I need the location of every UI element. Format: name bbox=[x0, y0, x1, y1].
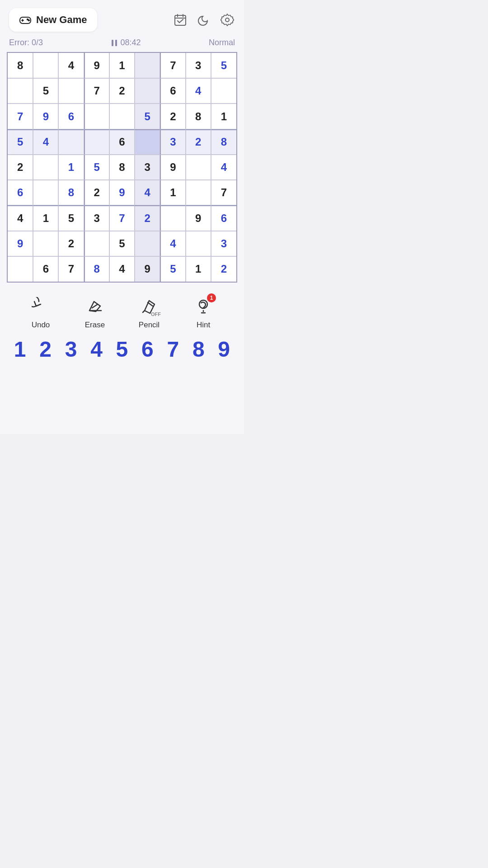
cell[interactable]: 1 bbox=[211, 104, 236, 129]
cell[interactable]: 1 bbox=[109, 53, 135, 78]
cell[interactable]: 7 bbox=[109, 205, 135, 231]
cell[interactable]: 1 bbox=[186, 256, 211, 282]
cell[interactable]: 1 bbox=[58, 155, 84, 180]
cell[interactable]: 9 bbox=[84, 53, 109, 78]
cell[interactable]: 4 bbox=[58, 53, 84, 78]
new-game-button[interactable]: New Game bbox=[9, 8, 97, 32]
cell[interactable] bbox=[84, 104, 109, 129]
cell[interactable]: 7 bbox=[58, 256, 84, 282]
num-button-6[interactable]: 6 bbox=[136, 339, 159, 360]
cell[interactable]: 8 bbox=[8, 53, 33, 78]
cell[interactable]: 3 bbox=[135, 155, 160, 180]
cell[interactable] bbox=[33, 53, 58, 78]
cell[interactable] bbox=[135, 129, 160, 155]
cell[interactable]: 4 bbox=[135, 180, 160, 205]
cell[interactable]: 5 bbox=[8, 129, 33, 155]
cell[interactable]: 6 bbox=[211, 205, 236, 231]
cell[interactable]: 9 bbox=[8, 231, 33, 256]
num-button-1[interactable]: 1 bbox=[8, 339, 32, 360]
cell[interactable]: 2 bbox=[135, 205, 160, 231]
cell[interactable] bbox=[33, 231, 58, 256]
cell[interactable]: 2 bbox=[58, 231, 84, 256]
cell[interactable] bbox=[8, 256, 33, 282]
cell[interactable] bbox=[58, 129, 84, 155]
cell[interactable]: 3 bbox=[160, 129, 185, 155]
cell[interactable]: 5 bbox=[33, 78, 58, 104]
cell[interactable] bbox=[135, 53, 160, 78]
cell[interactable] bbox=[160, 205, 185, 231]
undo-button[interactable]: Undo bbox=[23, 295, 59, 330]
cell[interactable]: 9 bbox=[186, 205, 211, 231]
num-button-7[interactable]: 7 bbox=[161, 339, 185, 360]
cell[interactable]: 4 bbox=[186, 78, 211, 104]
num-button-8[interactable]: 8 bbox=[187, 339, 210, 360]
settings-icon[interactable] bbox=[220, 12, 235, 28]
cell[interactable]: 7 bbox=[84, 78, 109, 104]
cell[interactable]: 2 bbox=[186, 129, 211, 155]
num-button-4[interactable]: 4 bbox=[85, 339, 108, 360]
cell[interactable] bbox=[33, 155, 58, 180]
num-button-3[interactable]: 3 bbox=[59, 339, 83, 360]
cell[interactable]: 4 bbox=[109, 256, 135, 282]
cell[interactable] bbox=[58, 78, 84, 104]
cell[interactable]: 3 bbox=[211, 231, 236, 256]
cell[interactable]: 3 bbox=[84, 205, 109, 231]
num-button-2[interactable]: 2 bbox=[34, 339, 57, 360]
cell[interactable]: 5 bbox=[135, 104, 160, 129]
cell[interactable] bbox=[186, 155, 211, 180]
cell[interactable] bbox=[211, 78, 236, 104]
cell[interactable]: 8 bbox=[84, 256, 109, 282]
erase-button[interactable]: Erase bbox=[77, 295, 113, 330]
cell[interactable]: 5 bbox=[211, 53, 236, 78]
cell[interactable]: 6 bbox=[109, 129, 135, 155]
cell[interactable]: 9 bbox=[33, 104, 58, 129]
cell[interactable]: 2 bbox=[211, 256, 236, 282]
cell[interactable] bbox=[84, 231, 109, 256]
cell[interactable]: 6 bbox=[160, 78, 185, 104]
cell[interactable] bbox=[135, 78, 160, 104]
cell[interactable] bbox=[186, 180, 211, 205]
cell[interactable] bbox=[84, 129, 109, 155]
moon-icon[interactable] bbox=[196, 12, 211, 28]
svg-marker-9 bbox=[221, 14, 234, 26]
cell[interactable]: 5 bbox=[84, 155, 109, 180]
cell[interactable]: 9 bbox=[160, 155, 185, 180]
pencil-button[interactable]: OFF Pencil bbox=[131, 295, 167, 330]
cell[interactable]: 2 bbox=[84, 180, 109, 205]
cell[interactable]: 3 bbox=[186, 53, 211, 78]
cell[interactable]: 4 bbox=[160, 231, 185, 256]
cell[interactable]: 8 bbox=[58, 180, 84, 205]
cell[interactable]: 6 bbox=[33, 256, 58, 282]
cell[interactable]: 9 bbox=[109, 180, 135, 205]
cell[interactable]: 2 bbox=[8, 155, 33, 180]
cell[interactable]: 9 bbox=[135, 256, 160, 282]
cell[interactable]: 2 bbox=[160, 104, 185, 129]
cell[interactable] bbox=[109, 104, 135, 129]
cell[interactable] bbox=[33, 180, 58, 205]
cell[interactable]: 4 bbox=[211, 155, 236, 180]
num-button-9[interactable]: 9 bbox=[212, 339, 236, 360]
svg-line-16 bbox=[143, 311, 145, 312]
cell[interactable]: 8 bbox=[186, 104, 211, 129]
cell[interactable]: 1 bbox=[160, 180, 185, 205]
cell[interactable]: 4 bbox=[8, 205, 33, 231]
cell[interactable]: 5 bbox=[109, 231, 135, 256]
cell[interactable]: 7 bbox=[160, 53, 185, 78]
cell[interactable]: 5 bbox=[58, 205, 84, 231]
cell[interactable]: 7 bbox=[211, 180, 236, 205]
cell[interactable]: 5 bbox=[160, 256, 185, 282]
cell[interactable] bbox=[186, 231, 211, 256]
cell[interactable] bbox=[135, 231, 160, 256]
cell[interactable]: 1 bbox=[33, 205, 58, 231]
cell[interactable]: 8 bbox=[211, 129, 236, 155]
cell[interactable]: 2 bbox=[109, 78, 135, 104]
cell[interactable]: 7 bbox=[8, 104, 33, 129]
cell[interactable]: 6 bbox=[58, 104, 84, 129]
hint-button[interactable]: 1 Hint bbox=[185, 295, 221, 330]
cell[interactable]: 6 bbox=[8, 180, 33, 205]
cell[interactable]: 8 bbox=[109, 155, 135, 180]
num-button-5[interactable]: 5 bbox=[110, 339, 134, 360]
cell[interactable] bbox=[8, 78, 33, 104]
cell[interactable]: 4 bbox=[33, 129, 58, 155]
calendar-icon[interactable] bbox=[173, 12, 188, 28]
